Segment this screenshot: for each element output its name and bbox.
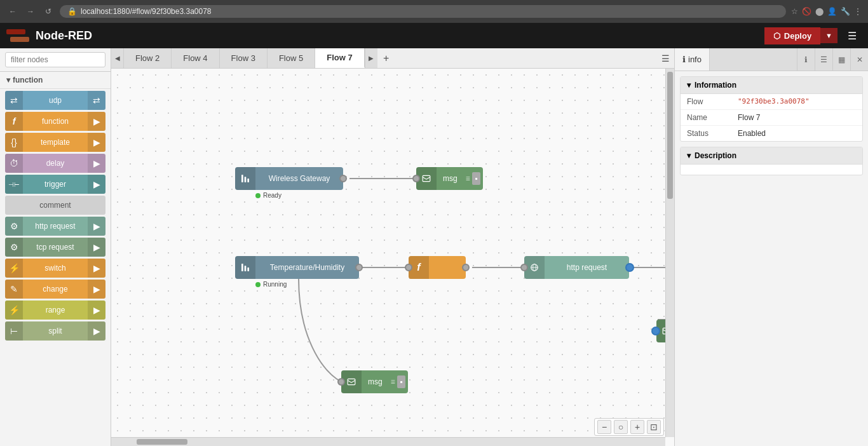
flow-node-wireless-gateway[interactable]: Wireless Gateway Ready [235,167,343,190]
tcp-request-icon: ⚙ [5,238,23,257]
chrome-icon[interactable]: ⬤ [815,7,824,16]
node-label-comment: comment [5,201,105,210]
info-section-chevron: ▾ [687,81,691,90]
node-label-split: split [23,327,88,335]
svg-rect-4 [241,264,243,271]
canvas-scrollbar-horizontal[interactable] [111,437,665,446]
info-row-flow: Flow "92f30be3.3a0078" [681,94,862,110]
canvas-controls: − ○ + ⊡ [594,418,664,436]
tab-flow7[interactable]: Flow 7 [315,48,364,68]
nr-title: Node-RED [36,29,92,43]
node-item-udp[interactable]: ⇄ udp ⇄ [5,91,105,110]
canvas-scrollbar-vertical[interactable] [665,69,674,437]
temp-humidity-icon [235,256,255,279]
msg1-label: msg [437,174,464,183]
deploy-icon: ⬡ [773,31,780,41]
delay-right-icon: ▶ [88,154,105,173]
temp-humidity-output-port [355,264,363,271]
right-panel-content: ▾ Information Flow "92f30be3.3a0078" Nam… [675,71,868,446]
split-right-icon: ▶ [88,321,105,341]
right-tab-chart[interactable]: ▦ [832,48,850,71]
extension-icon[interactable]: 🚫 [802,7,811,16]
node-item-range[interactable]: ⚡ range ▶ [5,301,105,320]
node-item-tcp-request[interactable]: ⚙ tcp request ▶ [5,238,105,257]
tcp-request-right-icon: ▶ [88,238,105,257]
flow-node-http-request[interactable]: http request [524,256,629,279]
tab-add-button[interactable]: + [377,48,395,68]
flow-node-func1[interactable]: f [409,256,466,279]
node-item-http-request[interactable]: ⚙ http request ▶ [5,217,105,236]
info-section-information-header[interactable]: ▾ Information [681,77,862,94]
node-item-split[interactable]: ⊢ split ▶ [5,321,105,341]
deploy-arrow-button[interactable]: ▼ [820,28,837,43]
sidebar-section-function[interactable]: ▾ function [0,72,111,89]
func1-output-port [462,264,470,271]
search-input[interactable] [5,52,105,67]
tab-nav-right[interactable]: ▶ [365,48,377,68]
hamburger-button[interactable]: ☰ [843,27,862,44]
info-row-name: Name Flow 7 [681,110,862,126]
right-panel-tabs: ℹ info ℹ ☰ ▦ ✕ [675,48,868,71]
range-icon: ⚡ [5,301,23,320]
node-label-range: range [23,306,88,314]
sidebar-search-container [0,48,111,72]
back-button[interactable]: ← [6,5,19,18]
svg-rect-1 [245,177,247,182]
flow-node-msg1[interactable]: msg ≡ ▪ [416,167,483,190]
node-label-function: function [23,117,88,126]
node-item-template[interactable]: {} template ▶ [5,133,105,152]
tab-flow2[interactable]: Flow 2 [124,48,172,68]
tab-menu-button[interactable]: ☰ [656,48,674,68]
flow-node-temp-humidity[interactable]: Temperature/Humidity Running [235,256,359,279]
chevron-down-icon: ▾ [6,76,10,84]
info-section-description-header[interactable]: ▾ Description [681,147,862,165]
address-bar[interactable]: 🔒 localhost:1880/#flow/92f30be3.3a0078 [60,5,786,18]
reload-button[interactable]: ↺ [42,5,55,18]
sidebar-nodes: ▾ function ⇄ udp ⇄ f function ▶ {} templ… [0,72,111,446]
node-item-switch[interactable]: ⚡ switch ▶ [5,259,105,278]
msg2-input-port [337,378,345,386]
flow-node-msg2[interactable]: msg ≡ ▪ [341,370,408,393]
svg-rect-11 [348,379,355,384]
right-panel-close-button[interactable]: ✕ [850,48,868,71]
tab-flow3[interactable]: Flow 3 [220,48,268,68]
svg-rect-2 [247,179,249,182]
sidebar: ▾ function ⇄ udp ⇄ f function ▶ {} templ… [0,48,111,446]
lock-icon: 🔒 [67,7,77,16]
temp-humidity-status-text: Running [263,281,287,288]
forward-button[interactable]: → [24,5,37,18]
msg1-toggle[interactable]: ▪ [472,172,480,185]
msg2-menu-icon: ≡ [389,377,397,386]
scrollbar-thumb-vertical[interactable] [667,72,673,199]
node-item-function[interactable]: f function ▶ [5,112,105,131]
bookmark-icon[interactable]: ☆ [791,7,798,16]
zoom-out-button[interactable]: − [597,420,611,434]
node-item-comment[interactable]: comment [5,196,105,215]
right-tab-list[interactable]: ☰ [815,48,832,71]
http-request-icon: ⚙ [5,217,23,236]
flow-tabs-bar: ◀ Flow 2 Flow 4 Flow 3 Flow 5 Flow 7 ▶ +… [111,48,674,69]
tab-nav-left[interactable]: ◀ [111,48,124,68]
profile-icon[interactable]: 👤 [827,7,837,16]
right-tab-info2[interactable]: ℹ [797,48,815,71]
puzzle-icon[interactable]: 🔧 [841,7,850,16]
scrollbar-thumb-horizontal[interactable] [137,439,187,445]
description-section-chevron: ▾ [687,151,691,160]
node-item-delay[interactable]: ⏱ delay ▶ [5,154,105,173]
more-icon[interactable]: ⋮ [854,7,862,16]
node-item-change[interactable]: ✎ change ▶ [5,280,105,299]
deploy-button[interactable]: ⬡ Deploy [764,27,820,44]
fit-button[interactable]: ⊡ [647,420,661,434]
zoom-reset-button[interactable]: ○ [614,420,628,434]
wireless-gateway-output-port [339,175,347,182]
change-right-icon: ▶ [88,280,105,299]
msg2-toggle[interactable]: ▪ [397,375,405,388]
zoom-in-button[interactable]: + [630,420,644,434]
tab-flow5[interactable]: Flow 5 [268,48,315,68]
tab-flow4[interactable]: Flow 4 [172,48,219,68]
right-tab-info[interactable]: ℹ info [675,48,710,71]
function-right-icon: ▶ [88,112,105,131]
node-item-trigger[interactable]: ⊣⊢ trigger ▶ [5,175,105,194]
trigger-icon: ⊣⊢ [5,175,23,194]
info-val-status: Enabled [738,129,766,138]
